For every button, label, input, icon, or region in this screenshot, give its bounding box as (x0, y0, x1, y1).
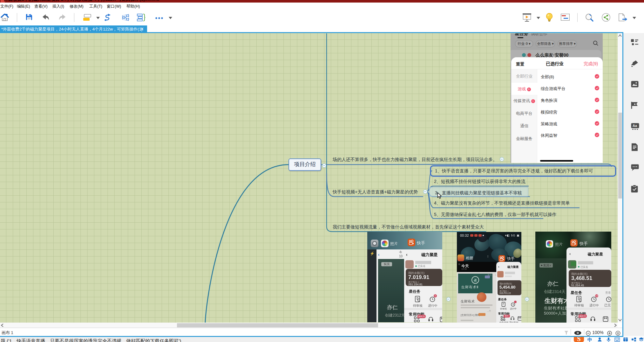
svg-text:Aa: Aa (633, 124, 637, 128)
